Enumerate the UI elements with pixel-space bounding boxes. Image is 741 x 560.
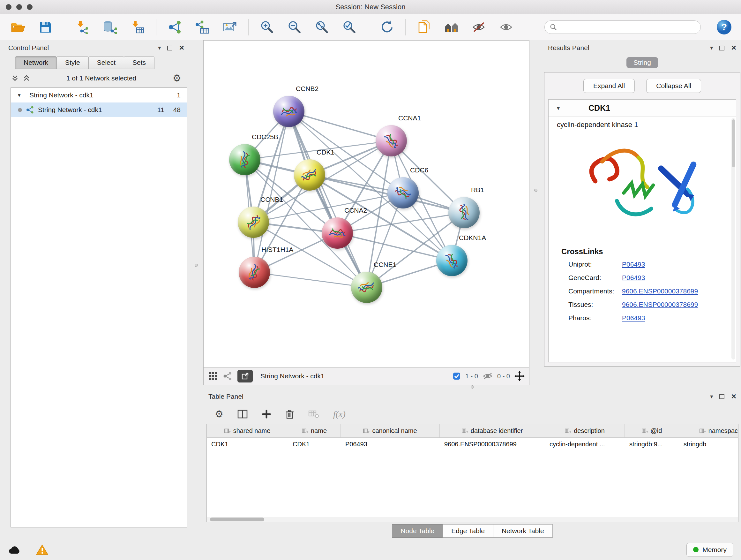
tab-select[interactable]: Select	[88, 56, 124, 69]
open-documentation-icon[interactable]	[415, 18, 433, 36]
open-session-icon[interactable]	[9, 18, 27, 36]
column-header-namespace[interactable]: namespace	[679, 424, 738, 437]
node-label-cdc6: CDC6	[410, 166, 428, 174]
network-label: String Network - cdk1	[38, 106, 102, 114]
tab-sets[interactable]: Sets	[124, 56, 154, 69]
panel-float-icon[interactable]	[167, 46, 172, 51]
tab-network-table[interactable]: Network Table	[493, 524, 553, 538]
export-image-icon[interactable]	[221, 18, 239, 36]
column-header-shared-name[interactable]: shared name	[207, 424, 288, 437]
collapse-all-chevron-icon[interactable]	[11, 74, 18, 82]
fit-crosshair-icon[interactable]	[515, 371, 525, 381]
column-type-icon	[462, 428, 468, 434]
node-ccnb1[interactable]	[238, 206, 269, 238]
column-header-@id[interactable]: @id	[625, 424, 679, 437]
crosslink-value-link[interactable]: P06493	[622, 260, 645, 268]
tab-string[interactable]: String	[626, 57, 658, 68]
collapse-triangle-icon[interactable]: ▾	[18, 92, 25, 99]
column-header-database-identifier[interactable]: database identifier	[440, 424, 545, 437]
panel-close-icon[interactable]: ✕	[731, 44, 737, 52]
memory-button[interactable]: Memory	[686, 543, 733, 557]
expand-all-chevron-icon[interactable]	[23, 74, 30, 82]
selected-checkbox-icon[interactable]	[453, 372, 461, 380]
panel-close-icon[interactable]: ✕	[731, 393, 737, 400]
toolbar-separator	[248, 19, 249, 36]
crosslink-value-link[interactable]: P06493	[622, 274, 645, 282]
hidden-eye-slash-icon[interactable]	[482, 372, 493, 380]
expand-all-button[interactable]: Expand All	[583, 79, 635, 93]
splitter-handle[interactable]	[195, 264, 198, 267]
grid-view-icon[interactable]	[208, 371, 218, 381]
panel-menu-icon[interactable]: ▾	[158, 44, 161, 51]
delete-column-trash-icon[interactable]	[285, 409, 294, 419]
panel-menu-icon[interactable]: ▾	[710, 44, 713, 51]
cloud-status-icon[interactable]	[8, 545, 22, 555]
zoom-fit-content-icon[interactable]	[313, 18, 331, 36]
network-canvas[interactable]: CCNB2CCNA1CDC25BCDK1CDC6RB1CCNB1CCNA2CDK…	[203, 40, 529, 367]
results-scrollbar-thumb[interactable]	[732, 119, 735, 167]
save-session-icon[interactable]	[37, 18, 54, 36]
panel-menu-icon[interactable]: ▾	[710, 393, 713, 400]
splitter-handle[interactable]	[534, 189, 537, 192]
panel-float-icon[interactable]	[719, 46, 724, 51]
network-options-gear-icon[interactable]: ⚙	[173, 73, 181, 83]
show-graphics-details-icon[interactable]	[497, 18, 515, 36]
node-cdkn1a[interactable]	[436, 245, 468, 276]
table-hscrollbar-thumb[interactable]	[210, 517, 264, 521]
node-cdk1[interactable]	[294, 159, 325, 191]
hide-graphics-details-icon[interactable]	[470, 18, 488, 36]
network-share-view-icon[interactable]	[223, 371, 232, 381]
zoom-out-icon[interactable]	[286, 18, 304, 36]
search-input[interactable]	[560, 23, 695, 30]
zoom-in-icon[interactable]	[258, 18, 276, 36]
node-ccna1[interactable]	[376, 125, 407, 157]
table-options-gear-icon[interactable]: ⚙	[215, 409, 223, 419]
panel-close-icon[interactable]: ✕	[179, 44, 185, 52]
table-row[interactable]: CDK1CDK1P064939606.ENSP00000378699cyclin…	[207, 438, 738, 450]
panel-float-icon[interactable]	[719, 394, 724, 399]
collapse-triangle-icon[interactable]: ▾	[557, 105, 560, 112]
node-cdc6[interactable]	[387, 177, 419, 208]
import-network-file-icon[interactable]	[74, 18, 91, 36]
show-columns-icon[interactable]	[238, 409, 248, 419]
gene-card-cdk1: ▾ CDK1 cyclin-dependent kinase 1	[548, 99, 736, 362]
help-icon[interactable]: ?	[716, 19, 732, 35]
crosslink-value-link[interactable]: 9606.ENSP00000378699	[622, 301, 698, 308]
node-cdc25b[interactable]	[229, 144, 260, 175]
zoom-selected-icon[interactable]	[340, 18, 358, 36]
node-rb1[interactable]	[448, 197, 480, 228]
table-tabs: Node TableEdge TableNetwork Table	[206, 522, 738, 539]
node-ccne1[interactable]	[351, 272, 382, 303]
tab-style[interactable]: Style	[57, 56, 89, 69]
collapse-all-button[interactable]: Collapse All	[646, 79, 701, 93]
new-table-from-network-icon[interactable]	[193, 18, 211, 36]
network-row-selected[interactable]: String Network - cdk1 11 48	[11, 103, 187, 117]
import-network-database-icon[interactable]	[101, 18, 119, 36]
column-header-canonical-name[interactable]: canonical name	[341, 424, 440, 437]
tab-network[interactable]: Network	[15, 56, 57, 69]
edge-HIST1H1A-CCNE1[interactable]	[254, 272, 367, 287]
network-collection-row[interactable]: ▾ String Network - cdk1 1	[11, 88, 187, 103]
node-hist1h1a[interactable]	[239, 257, 270, 288]
gene-card-header[interactable]: ▾ CDK1	[549, 100, 736, 117]
import-table-file-icon[interactable]	[129, 18, 146, 36]
node-ccna2[interactable]	[322, 217, 353, 249]
apply-layout-icon[interactable]	[378, 18, 396, 36]
birdseye-view-button[interactable]	[238, 370, 253, 382]
column-header-description[interactable]: description	[545, 424, 625, 437]
edge-CCNB2-CCNE1[interactable]	[289, 111, 367, 287]
table-hscrollbar[interactable]	[207, 517, 738, 522]
add-column-icon[interactable]	[262, 409, 271, 419]
crosslinks-rows: Uniprot:P06493GeneCard:P06493Compartment…	[561, 260, 736, 322]
toolbar-search[interactable]	[544, 20, 701, 34]
tab-edge-table[interactable]: Edge Table	[443, 524, 493, 538]
warning-icon[interactable]	[36, 544, 49, 555]
column-header-name[interactable]: name	[288, 424, 341, 437]
node-ccnb2[interactable]	[273, 96, 305, 127]
string-protein-query-houses-icon[interactable]	[443, 18, 461, 36]
horizontal-splitter[interactable]	[203, 385, 741, 389]
crosslink-value-link[interactable]: 9606.ENSP00000378699	[622, 287, 698, 295]
tab-node-table[interactable]: Node Table	[392, 524, 443, 538]
new-network-icon[interactable]	[166, 18, 184, 36]
crosslink-value-link[interactable]: P06493	[622, 314, 645, 322]
